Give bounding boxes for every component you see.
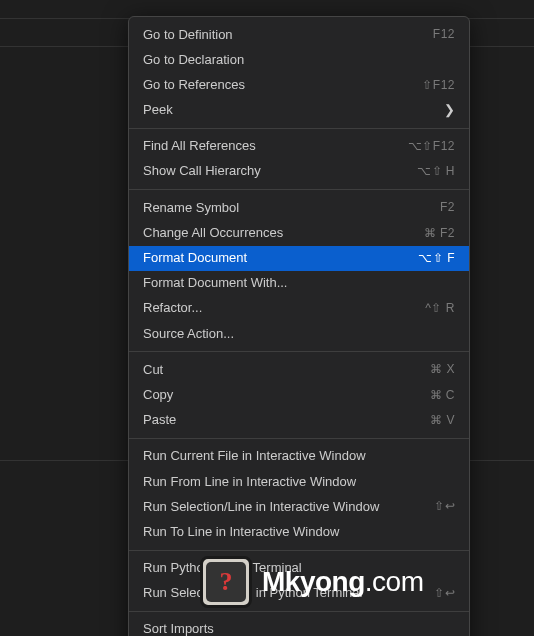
menu-item-shortcut: ⌥⇧ H bbox=[417, 163, 455, 180]
watermark: ? Mkyong.com bbox=[200, 556, 423, 608]
menu-item-run-to-line-in-interactive-window[interactable]: Run To Line in Interactive Window bbox=[129, 519, 469, 544]
watermark-text-thin: .com bbox=[365, 566, 424, 597]
menu-item-find-all-references[interactable]: Find All References⌥⇧F12 bbox=[129, 134, 469, 159]
menu-item-format-document[interactable]: Format Document⌥⇧ F bbox=[129, 246, 469, 271]
menu-item-run-selection-line-in-interactive-window[interactable]: Run Selection/Line in Interactive Window… bbox=[129, 494, 469, 519]
menu-item-go-to-references[interactable]: Go to References⇧F12 bbox=[129, 72, 469, 97]
menu-item-label: Copy bbox=[143, 386, 418, 404]
menu-item-label: Paste bbox=[143, 411, 418, 429]
menu-item-shortcut: ^⇧ R bbox=[425, 300, 455, 317]
menu-separator bbox=[129, 438, 469, 439]
menu-item-shortcut: ⌘ V bbox=[430, 412, 455, 429]
menu-item-change-all-occurrences[interactable]: Change All Occurrences⌘ F2 bbox=[129, 220, 469, 245]
menu-item-rename-symbol[interactable]: Rename SymbolF2 bbox=[129, 195, 469, 220]
menu-item-label: Show Call Hierarchy bbox=[143, 162, 405, 180]
menu-item-shortcut: ⇧F12 bbox=[422, 77, 455, 94]
menu-item-go-to-definition[interactable]: Go to DefinitionF12 bbox=[129, 22, 469, 47]
menu-item-label: Source Action... bbox=[143, 325, 455, 343]
menu-item-label: Cut bbox=[143, 361, 418, 379]
menu-item-label: Format Document With... bbox=[143, 274, 455, 292]
menu-item-run-from-line-in-interactive-window[interactable]: Run From Line in Interactive Window bbox=[129, 469, 469, 494]
watermark-text-bold: Mkyong bbox=[262, 566, 365, 597]
menu-item-shortcut: ⌘ F2 bbox=[424, 225, 455, 242]
menu-item-label: Go to Declaration bbox=[143, 51, 455, 69]
menu-item-label: Sort Imports bbox=[143, 620, 455, 636]
watermark-logo-icon: ? bbox=[200, 556, 252, 608]
chevron-right-icon: ❯ bbox=[444, 101, 455, 119]
menu-item-label: Find All References bbox=[143, 137, 396, 155]
menu-item-label: Peek bbox=[143, 101, 432, 119]
menu-item-copy[interactable]: Copy⌘ C bbox=[129, 382, 469, 407]
context-menu: Go to DefinitionF12Go to DeclarationGo t… bbox=[128, 16, 470, 636]
menu-item-label: Run To Line in Interactive Window bbox=[143, 523, 455, 541]
menu-item-shortcut: ⌘ X bbox=[430, 361, 455, 378]
menu-separator bbox=[129, 611, 469, 612]
menu-item-refactor[interactable]: Refactor...^⇧ R bbox=[129, 296, 469, 321]
menu-item-cut[interactable]: Cut⌘ X bbox=[129, 357, 469, 382]
menu-item-format-document-with[interactable]: Format Document With... bbox=[129, 271, 469, 296]
menu-item-label: Rename Symbol bbox=[143, 199, 428, 217]
menu-item-sort-imports[interactable]: Sort Imports bbox=[129, 617, 469, 636]
menu-separator bbox=[129, 351, 469, 352]
menu-item-shortcut: F2 bbox=[440, 199, 455, 216]
menu-item-label: Run From Line in Interactive Window bbox=[143, 473, 455, 491]
menu-item-peek[interactable]: Peek❯ bbox=[129, 98, 469, 123]
menu-item-label: Run Current File in Interactive Window bbox=[143, 447, 455, 465]
menu-item-shortcut: F12 bbox=[433, 26, 455, 43]
watermark-question-icon: ? bbox=[206, 562, 246, 602]
watermark-text: Mkyong.com bbox=[262, 566, 423, 598]
menu-separator bbox=[129, 189, 469, 190]
menu-item-shortcut: ⇧↩ bbox=[434, 498, 455, 515]
menu-item-label: Refactor... bbox=[143, 299, 413, 317]
menu-separator bbox=[129, 550, 469, 551]
menu-item-run-current-file-in-interactive-window[interactable]: Run Current File in Interactive Window bbox=[129, 444, 469, 469]
menu-item-source-action[interactable]: Source Action... bbox=[129, 321, 469, 346]
menu-item-label: Go to References bbox=[143, 76, 410, 94]
menu-item-show-call-hierarchy[interactable]: Show Call Hierarchy⌥⇧ H bbox=[129, 159, 469, 184]
menu-separator bbox=[129, 128, 469, 129]
menu-item-label: Format Document bbox=[143, 249, 406, 267]
menu-item-shortcut: ⌥⇧ F bbox=[418, 250, 455, 267]
menu-item-shortcut: ⌥⇧F12 bbox=[408, 138, 455, 155]
menu-item-shortcut: ⇧↩ bbox=[434, 585, 455, 602]
menu-item-go-to-declaration[interactable]: Go to Declaration bbox=[129, 47, 469, 72]
menu-item-label: Change All Occurrences bbox=[143, 224, 412, 242]
menu-item-shortcut: ⌘ C bbox=[430, 387, 456, 404]
menu-item-label: Run Selection/Line in Interactive Window bbox=[143, 498, 422, 516]
menu-item-label: Go to Definition bbox=[143, 26, 421, 44]
menu-item-paste[interactable]: Paste⌘ V bbox=[129, 408, 469, 433]
